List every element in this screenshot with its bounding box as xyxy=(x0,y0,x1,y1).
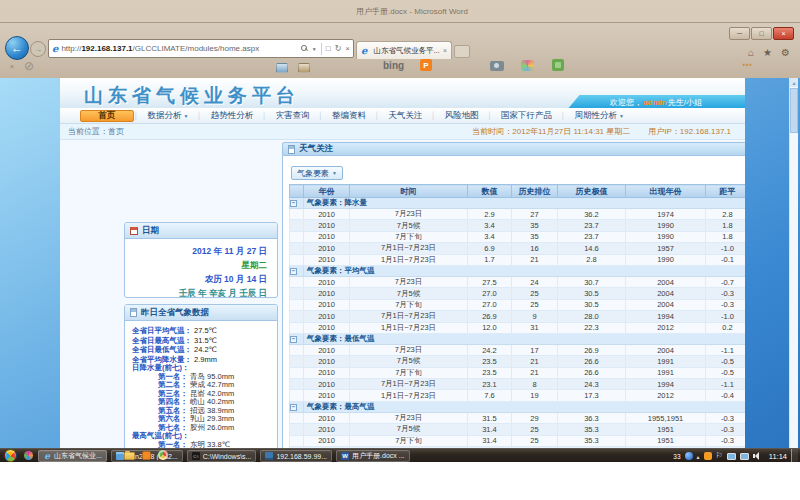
table-cell: 26.9 xyxy=(468,311,512,322)
round-app-icon[interactable] xyxy=(158,450,168,460)
taskbar-task[interactable]: 192.168.59.99... xyxy=(260,450,332,462)
ie-icon: e xyxy=(43,452,51,460)
taskbar-task[interactable]: W用户手册.docx ... xyxy=(336,450,410,462)
forward-button[interactable]: → xyxy=(30,41,46,57)
group-row[interactable]: −气象要素：降水量 xyxy=(290,198,746,209)
maximize-button[interactable]: □ xyxy=(751,27,772,40)
favorites-star-icon[interactable]: ★ xyxy=(763,47,772,58)
taskbar-clock[interactable]: 11:14 xyxy=(769,452,787,461)
nav-item-1[interactable]: 首页 xyxy=(80,110,134,122)
display-icon[interactable] xyxy=(740,453,749,460)
row-expand-cell xyxy=(290,435,304,446)
table-cell: 23.7 xyxy=(558,220,626,231)
minimize-button[interactable]: ─ xyxy=(729,27,750,40)
collapse-icon[interactable]: − xyxy=(290,336,297,343)
rdp-icon xyxy=(265,452,273,460)
camera-icon[interactable] xyxy=(490,61,504,71)
nav-item-7[interactable]: 风险地图 xyxy=(436,110,488,122)
table-row: 20101月1日~7月23日12.03122.320120.21.6 xyxy=(290,322,746,333)
bing-logo[interactable]: bing xyxy=(383,60,404,71)
volume-icon[interactable] xyxy=(753,452,761,460)
table-row: 20107月1日~7月23日23.1824.31994-1.11.0 xyxy=(290,379,746,390)
hidden-icons-arrow[interactable]: ▴ xyxy=(697,453,700,460)
group-expand-cell[interactable]: − xyxy=(290,265,304,276)
chevron-down-icon[interactable]: ▼ xyxy=(312,46,317,52)
pinned-app-icon[interactable] xyxy=(24,451,33,460)
favorite-photo-icon[interactable] xyxy=(298,63,310,73)
compatibility-icon[interactable]: □ xyxy=(326,44,331,53)
palette-icon[interactable] xyxy=(521,60,534,71)
table-cell: 2010 xyxy=(304,311,350,322)
collapse-icon[interactable]: − xyxy=(290,200,297,207)
table-cell: 7月1日~7月23日 xyxy=(350,311,468,322)
stop-icon[interactable]: × xyxy=(345,44,350,53)
element-filter-label: 气象要素 xyxy=(297,168,329,179)
table-cell: 1月1日~7月23日 xyxy=(350,254,468,265)
tray-orange-icon[interactable] xyxy=(704,452,712,460)
table-row: 20107月23日24.21726.92004-1.11.8 xyxy=(290,344,746,355)
close-button[interactable]: × xyxy=(773,27,794,40)
group-expand-cell[interactable]: − xyxy=(290,198,304,209)
taskbar-task[interactable]: e山东省气候业... xyxy=(38,450,107,462)
tray-blue-icon[interactable] xyxy=(685,452,693,460)
scrollbar-thumb[interactable] xyxy=(790,88,798,133)
table-cell: 7.6 xyxy=(468,390,512,401)
cmd-icon: C:\ xyxy=(192,452,200,460)
explorer-icon[interactable] xyxy=(124,452,135,460)
group-title: 气象要素：平均气温 xyxy=(304,265,746,276)
search-icon[interactable] xyxy=(301,45,308,52)
table-cell: 1994 xyxy=(626,311,706,322)
nav-item-9[interactable]: 周期性分析▼ xyxy=(565,110,632,122)
show-desktop-button[interactable] xyxy=(791,449,798,462)
nav-item-2[interactable]: 数据分析▼ xyxy=(138,110,197,122)
table-cell: 7月1日~7月23日 xyxy=(350,243,468,254)
group-row[interactable]: −气象要素：最高气温 xyxy=(290,401,746,412)
group-row[interactable]: −气象要素：最低气温 xyxy=(290,333,746,344)
nav-item-8[interactable]: 国家下行产品 xyxy=(492,110,561,122)
table-cell: 2004 xyxy=(626,276,706,287)
nav-item-label: 趋势性分析 xyxy=(211,110,254,122)
collapse-icon[interactable]: − xyxy=(290,404,297,411)
back-button[interactable]: ← xyxy=(5,36,29,60)
scroll-up-icon[interactable]: ▲ xyxy=(790,78,798,87)
start-button[interactable] xyxy=(4,449,17,462)
table-cell: -0.4 xyxy=(706,390,746,401)
puzzle-icon[interactable] xyxy=(552,59,564,71)
collapse-icon[interactable]: − xyxy=(290,268,297,275)
group-expand-cell[interactable]: − xyxy=(290,401,304,412)
browser-tab[interactable]: e 山东省气候业务平... × xyxy=(356,41,452,59)
tab-close-icon[interactable]: × xyxy=(443,47,447,54)
table-cell: -0.3 xyxy=(706,424,746,435)
address-bar[interactable]: e http://192.168.137.1/GLCCLIMATE/module… xyxy=(48,39,354,58)
orange-app-icon[interactable] xyxy=(142,451,151,460)
group-row[interactable]: −气象要素：平均气温 xyxy=(290,265,746,276)
row-expand-cell xyxy=(290,412,304,423)
scrollbar[interactable]: ▲ ▼ xyxy=(789,78,798,462)
refresh-icon[interactable]: ↻ xyxy=(335,44,342,53)
favorite-photo-icon[interactable] xyxy=(276,63,288,73)
nav-item-5[interactable]: 整编资料 xyxy=(323,110,375,122)
nav-item-label: 风险地图 xyxy=(445,110,479,122)
table-cell: -0.3 xyxy=(706,412,746,423)
column-header: 历史极值 xyxy=(558,185,626,198)
table-cell: 14.6 xyxy=(558,243,626,254)
taskbar-task[interactable]: C:\C:\Windows\s... xyxy=(187,450,257,462)
table-cell: 7月下旬 xyxy=(350,231,468,242)
bing-p-icon[interactable]: P xyxy=(420,59,432,71)
group-expand-cell[interactable]: − xyxy=(290,333,304,344)
nav-item-3[interactable]: 趋势性分析 xyxy=(202,110,263,122)
close-bar-icon[interactable]: × xyxy=(10,63,14,70)
url-text[interactable]: http://192.168.137.1/GLCCLIMATE/modules/… xyxy=(61,44,300,53)
settings-gear-icon[interactable]: ⚙ xyxy=(781,47,790,58)
more-options-icon[interactable]: ⋯ xyxy=(742,59,752,70)
element-filter-button[interactable]: 气象要素 ▼ xyxy=(291,166,343,180)
row-expand-cell xyxy=(290,288,304,299)
action-center-flag-icon[interactable]: ⚐ xyxy=(716,452,723,460)
table-cell: 2010 xyxy=(304,344,350,355)
new-tab-button[interactable] xyxy=(454,45,470,58)
nav-item-4[interactable]: 灾害查询 xyxy=(267,110,319,122)
nav-item-6[interactable]: 天气关注 xyxy=(379,110,431,122)
table-cell: -0.7 xyxy=(706,276,746,287)
network-icon[interactable] xyxy=(727,453,736,460)
home-icon[interactable]: ⌂ xyxy=(748,47,754,58)
